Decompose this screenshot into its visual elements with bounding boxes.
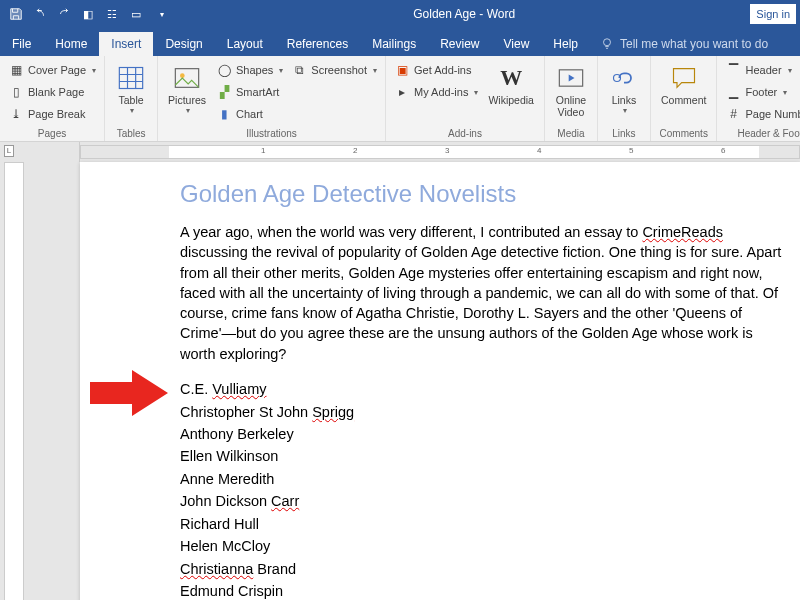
my-addins-button[interactable]: ▸My Add-ins▾	[392, 82, 480, 102]
cover-page-icon: ▦	[8, 62, 24, 78]
author-item: Helen McCloy	[180, 535, 782, 557]
comment-label: Comment	[661, 94, 707, 106]
quick-access-toolbar: ◧ ☷ ▭ ▾	[0, 6, 178, 22]
author-pre: Richard Hull	[180, 516, 259, 532]
blank-page-icon: ▯	[8, 84, 24, 100]
links-label: Links	[612, 94, 637, 106]
comment-button[interactable]: Comment	[657, 60, 711, 108]
author-squiggle: Carr	[271, 493, 299, 509]
shapes-label: Shapes	[236, 64, 273, 76]
tab-layout[interactable]: Layout	[215, 32, 275, 56]
pictures-icon	[171, 62, 203, 94]
links-button[interactable]: Links▾	[604, 60, 644, 117]
group-addins-label: Add-ins	[392, 126, 538, 141]
tab-file[interactable]: File	[0, 32, 43, 56]
bulb-icon	[600, 37, 614, 51]
page-break-button[interactable]: ⤓Page Break	[6, 104, 98, 124]
redo-icon[interactable]	[56, 6, 72, 22]
ribbon-tabs: FileHomeInsertDesignLayoutReferencesMail…	[0, 28, 800, 56]
get-addins-button[interactable]: ▣Get Add-ins	[392, 60, 480, 80]
video-icon	[555, 62, 587, 94]
author-squiggle: Christianna	[180, 561, 253, 577]
undo-icon[interactable]	[32, 6, 48, 22]
author-squiggle: Sprigg	[312, 404, 354, 420]
footer-button[interactable]: ▁Footer▾	[723, 82, 800, 102]
chart-icon: ▮	[216, 106, 232, 122]
video-label2: Video	[558, 106, 585, 118]
ruler-corner-area: L	[0, 142, 80, 162]
smartart-button[interactable]: ▞SmartArt	[214, 82, 285, 102]
smartart-icon: ▞	[216, 84, 232, 100]
group-comments: Comment Comments	[651, 56, 718, 141]
screenshot-button[interactable]: ⧉Screenshot▾	[289, 60, 379, 80]
page-number-button[interactable]: #Page Number▾	[723, 104, 800, 124]
group-pages: ▦Cover Page▾ ▯Blank Page ⤓Page Break Pag…	[0, 56, 105, 141]
author-list: C.E. VulliamyChristopher St John SpriggA…	[180, 378, 782, 600]
table-label: Table	[119, 94, 144, 106]
author-pre: Anne Meredith	[180, 471, 274, 487]
qat-icon-6[interactable]: ▭	[128, 6, 144, 22]
table-button[interactable]: Table▾	[111, 60, 151, 117]
shapes-button[interactable]: ◯Shapes▾	[214, 60, 285, 80]
chart-button[interactable]: ▮Chart	[214, 104, 285, 124]
comment-icon	[668, 62, 700, 94]
author-pre: C.E.	[180, 381, 212, 397]
tab-review[interactable]: Review	[428, 32, 491, 56]
intro-paragraph: A year ago, when the world was very diff…	[180, 222, 782, 364]
tab-references[interactable]: References	[275, 32, 360, 56]
ruler-area: L 1 2 3 4 5 6	[0, 142, 800, 162]
group-media: Online Video Media	[545, 56, 598, 141]
group-illustrations: Pictures▾ ◯Shapes▾ ▞SmartArt ▮Chart ⧉Scr…	[158, 56, 386, 141]
online-video-button[interactable]: Online Video	[551, 60, 591, 120]
tab-help[interactable]: Help	[541, 32, 590, 56]
document-page[interactable]: Golden Age Detective Novelists A year ag…	[80, 162, 800, 600]
tab-design[interactable]: Design	[153, 32, 214, 56]
my-addins-label: My Add-ins	[414, 86, 468, 98]
svg-point-0	[604, 39, 611, 46]
page-break-label: Page Break	[28, 108, 85, 120]
wikipedia-button[interactable]: W Wikipedia	[484, 60, 538, 108]
sign-in-button[interactable]: Sign in	[750, 4, 796, 24]
author-item: Anthony Berkeley	[180, 423, 782, 445]
qat-customize-icon[interactable]: ▾	[154, 6, 170, 22]
tell-me[interactable]: Tell me what you want to do	[590, 32, 778, 56]
tab-insert[interactable]: Insert	[99, 32, 153, 56]
page-break-icon: ⤓	[8, 106, 24, 122]
author-item: Richard Hull	[180, 513, 782, 535]
group-illus-label: Illustrations	[164, 126, 379, 141]
author-pre: Edmund Crispin	[180, 583, 283, 599]
blank-page-label: Blank Page	[28, 86, 84, 98]
tab-mailings[interactable]: Mailings	[360, 32, 428, 56]
header-button[interactable]: ▔Header▾	[723, 60, 800, 80]
screenshot-label: Screenshot	[311, 64, 367, 76]
blank-page-button[interactable]: ▯Blank Page	[6, 82, 98, 102]
shapes-icon: ◯	[216, 62, 232, 78]
tab-view[interactable]: View	[492, 32, 542, 56]
save-icon[interactable]	[8, 6, 24, 22]
para-text-2: discussing the revival of popularity of …	[180, 244, 781, 361]
author-post: Brand	[253, 561, 296, 577]
qat-icon-4[interactable]: ◧	[80, 6, 96, 22]
pictures-button[interactable]: Pictures▾	[164, 60, 210, 117]
group-tables: Table▾ Tables	[105, 56, 158, 141]
wikipedia-icon: W	[495, 62, 527, 94]
qat-icon-5[interactable]: ☷	[104, 6, 120, 22]
footer-icon: ▁	[725, 84, 741, 100]
annotation-arrow	[90, 370, 168, 416]
horizontal-ruler[interactable]: 1 2 3 4 5 6	[80, 145, 800, 159]
author-item: Christianna Brand	[180, 558, 782, 580]
vertical-ruler[interactable]	[4, 162, 24, 600]
cover-page-button[interactable]: ▦Cover Page▾	[6, 60, 98, 80]
footer-label: Footer	[745, 86, 777, 98]
author-item: John Dickson Carr	[180, 490, 782, 512]
author-pre: Ellen Wilkinson	[180, 448, 278, 464]
group-links: Links▾ Links	[598, 56, 651, 141]
group-media-label: Media	[551, 126, 591, 141]
page-number-icon: #	[725, 106, 741, 122]
header-icon: ▔	[725, 62, 741, 78]
links-icon	[608, 62, 640, 94]
tab-selector[interactable]: L	[4, 145, 14, 157]
page-gutter	[24, 162, 80, 600]
tab-home[interactable]: Home	[43, 32, 99, 56]
group-addins: ▣Get Add-ins ▸My Add-ins▾ W Wikipedia Ad…	[386, 56, 545, 141]
